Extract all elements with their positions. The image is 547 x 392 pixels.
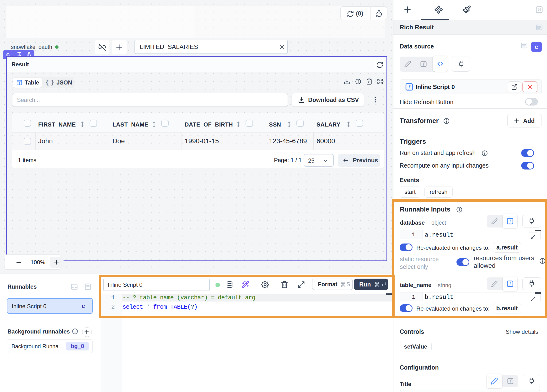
svg-text:f: f: [510, 379, 512, 384]
svg-text:f: f: [423, 61, 425, 66]
svg-text:f: f: [409, 84, 411, 90]
